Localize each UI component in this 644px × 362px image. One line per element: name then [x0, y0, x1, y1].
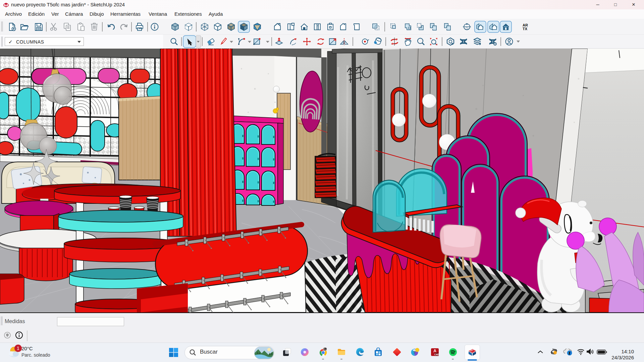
svg-text:?: ? — [413, 350, 416, 354]
svg-text:i: i — [569, 351, 570, 355]
svg-text:TX: TX — [523, 27, 528, 31]
svg-text:A-B: A-B — [465, 28, 469, 30]
svg-text:24/3/2026: 24/3/2026 — [611, 355, 634, 360]
svg-text:1: 1 — [17, 346, 19, 351]
svg-text:14:10: 14:10 — [621, 349, 634, 354]
svg-text:CAD: CAD — [434, 353, 439, 356]
svg-text:A: A — [433, 349, 436, 353]
